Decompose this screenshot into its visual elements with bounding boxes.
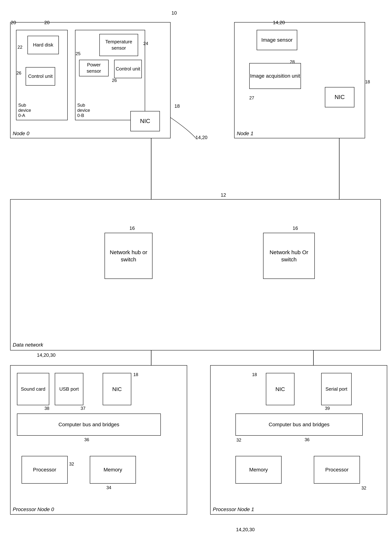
ref-38: 38 [45, 406, 49, 411]
ref-32-right-a: 32 [236, 437, 241, 443]
image-acq-box: Image acquisition unit [249, 63, 301, 89]
ref-36-right: 36 [305, 437, 310, 442]
ref-10: 10 [172, 10, 177, 16]
ref-26a: 26 [17, 70, 21, 76]
ref-36-left: 36 [84, 437, 89, 442]
ref-12: 12 [221, 192, 226, 198]
nic-node0-box: NIC [130, 111, 160, 131]
ref-26b: 26 [112, 78, 117, 83]
ref-27: 27 [249, 95, 254, 101]
data-network-label: Data network [13, 342, 43, 348]
ref-25: 25 [76, 51, 81, 56]
ref-14-20-node1-top: 14,20 [273, 20, 285, 25]
processor-left-box: Processor [22, 456, 68, 484]
subdevice0a-label: Sub device 0-A [18, 102, 31, 118]
diagram: 10 Hard disk Control unit Sub device 0-A… [0, 0, 392, 543]
ref-22: 22 [17, 45, 22, 50]
subdevice0b-label: Sub device 0-B [77, 102, 90, 118]
ref-18-proc0: 18 [133, 372, 138, 377]
memory-right-box: Memory [235, 456, 281, 484]
node1-box: Image sensor 28 Image acquisition unit 2… [234, 22, 365, 138]
hard-disk-box: Hard disk [28, 36, 59, 54]
proc-node1-box: NIC 18 Serial port 39 Computer bus and b… [210, 365, 387, 515]
usb-port-box: USB port [55, 373, 83, 405]
nic-node1-box: NIC [325, 87, 354, 107]
temp-sensor-box: Temperature sensor [99, 34, 138, 56]
serial-port-box: Serial port [321, 373, 352, 405]
ref-16-right: 16 [293, 225, 298, 231]
node1-label: Node 1 [237, 130, 253, 136]
memory-left-box: Memory [90, 456, 136, 484]
control-unit-b-box: Control unit [114, 60, 142, 78]
computer-bus-left-box: Computer bus and bridges [17, 413, 161, 436]
net-hub-left-box: Network hub or switch [105, 233, 152, 279]
ref-18-node0: 18 [174, 103, 180, 109]
power-sensor-box: Power sensor [79, 60, 109, 76]
ref-18-proc1: 18 [252, 372, 257, 377]
ref-16-left: 16 [129, 225, 135, 231]
ref-24: 24 [143, 41, 148, 46]
data-network-box: 12 Network hub or switch 16 Network hub … [10, 199, 381, 351]
subdevice0b-box: Temperature sensor Power sensor Control … [75, 30, 145, 120]
ref-34: 34 [106, 485, 111, 490]
net-hub-right-box: Network hub Or switch [263, 233, 315, 279]
ref-14-20-mid: 14,20 [196, 135, 207, 140]
image-sensor-box: Image sensor [257, 30, 297, 50]
node0-box: Hard disk Control unit Sub device 0-A 22… [10, 22, 171, 138]
proc-node0-box: Sound card USB port NIC 18 38 37 Compute… [10, 365, 187, 515]
sound-card-box: Sound card [17, 373, 49, 405]
ref-20-1: 20 [11, 20, 16, 25]
nic-proc1-box: NIC [266, 373, 294, 405]
ref-14-20-30-left: 14,20,30 [37, 352, 56, 358]
computer-bus-right-box: Computer bus and bridges [235, 413, 363, 436]
ref-20-2: 20 [44, 20, 50, 25]
ref-37: 37 [81, 406, 85, 411]
ref-32-right-b: 32 [361, 486, 366, 491]
subdevice0a-box: Hard disk Control unit Sub device 0-A [16, 30, 68, 120]
ref-39: 39 [325, 406, 330, 411]
ref-32-left: 32 [69, 461, 74, 467]
nic-proc0-box: NIC [103, 373, 131, 405]
node0-label: Node 0 [13, 130, 29, 136]
ref-18-node1: 18 [365, 79, 370, 85]
proc-node1-label: Processor Node 1 [213, 506, 254, 512]
processor-right-box: Processor [314, 456, 360, 484]
ref-14-20-30-right: 14,20,30 [236, 527, 255, 532]
control-unit-a-box: Control unit [26, 67, 55, 85]
proc-node0-label: Processor Node 0 [13, 506, 54, 512]
